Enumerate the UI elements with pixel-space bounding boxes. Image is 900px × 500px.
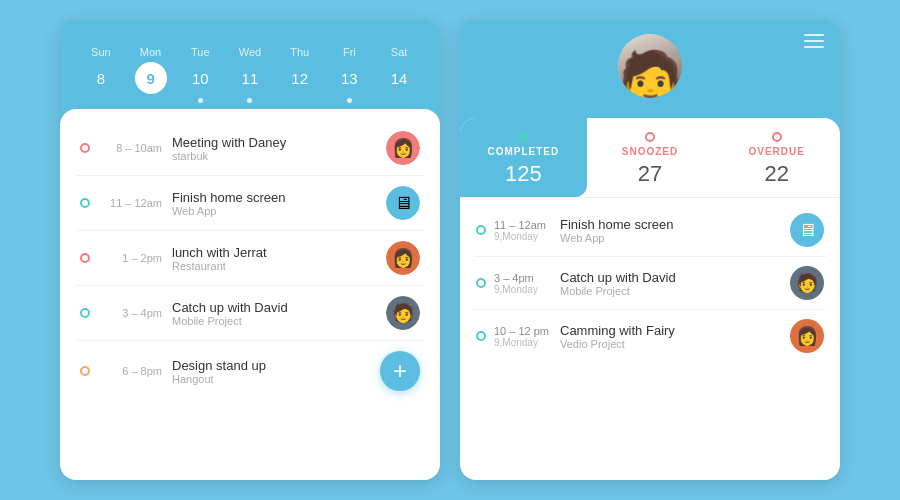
event-info: lunch with JerratRestaurant bbox=[172, 245, 376, 272]
day-name: Thu bbox=[290, 46, 309, 58]
event-info: Finish home screenWeb App bbox=[172, 190, 376, 217]
profile-section: 🧑 bbox=[460, 20, 840, 118]
event-color-dot bbox=[80, 308, 90, 318]
right-event-title: Finish home screen bbox=[560, 217, 782, 232]
event-title: Finish home screen bbox=[172, 190, 376, 205]
stat-overdue[interactable]: OVERDUE22 bbox=[713, 118, 840, 197]
event-avatar: 👩 bbox=[386, 241, 420, 275]
event-time: 1 – 2pm bbox=[100, 252, 162, 264]
stat-label-completed: COMPLETED bbox=[487, 146, 559, 157]
right-event-item[interactable]: 3 – 4pm9,MondayCatch up with DavidMobile… bbox=[474, 257, 826, 310]
day-number[interactable]: 12 bbox=[284, 62, 316, 94]
event-subtitle: Mobile Project bbox=[172, 315, 376, 327]
events-list: 8 – 10amMeeting with Daneystarbuk👩11 – 1… bbox=[60, 109, 440, 480]
right-event-time-block: 3 – 4pm9,Monday bbox=[494, 272, 552, 295]
day-col-tue[interactable]: Tue10 bbox=[180, 46, 220, 103]
stat-value-snoozed: 27 bbox=[638, 161, 662, 187]
event-info: Design stand upHangout bbox=[172, 358, 370, 385]
day-col-sun[interactable]: Sun8 bbox=[81, 46, 121, 103]
right-event-title: Camming with Fairy bbox=[560, 323, 782, 338]
event-item[interactable]: 11 – 12amFinish home screenWeb App🖥 bbox=[76, 176, 424, 231]
stat-dot-overdue bbox=[772, 132, 782, 142]
day-name: Tue bbox=[191, 46, 210, 58]
day-col-sat[interactable]: Sat14 bbox=[379, 46, 419, 103]
day-number[interactable]: 14 bbox=[383, 62, 415, 94]
day-col-fri[interactable]: Fri13 bbox=[329, 46, 369, 103]
day-col-mon[interactable]: Mon9 bbox=[131, 46, 171, 103]
event-title: lunch with Jerrat bbox=[172, 245, 376, 260]
right-event-time: 3 – 4pm bbox=[494, 272, 552, 284]
event-subtitle: Hangout bbox=[172, 373, 370, 385]
event-time: 3 – 4pm bbox=[100, 307, 162, 319]
day-name: Fri bbox=[343, 46, 356, 58]
event-dot-indicator bbox=[198, 98, 203, 103]
event-color-dot bbox=[80, 198, 90, 208]
right-event-info: Finish home screenWeb App bbox=[560, 217, 782, 244]
right-event-time: 11 – 12am bbox=[494, 219, 552, 231]
right-event-subtitle: Vedio Project bbox=[560, 338, 782, 350]
right-event-dot bbox=[476, 278, 486, 288]
event-item[interactable]: 3 – 4pmCatch up with DavidMobile Project… bbox=[76, 286, 424, 341]
event-time: 8 – 10am bbox=[100, 142, 162, 154]
stats-section: COMPLETED125SNOOZED27OVERDUE22 11 – 12am… bbox=[460, 118, 840, 480]
event-subtitle: Restaurant bbox=[172, 260, 376, 272]
right-event-dot bbox=[476, 225, 486, 235]
right-event-title: Catch up with David bbox=[560, 270, 782, 285]
right-event-avatar: 🧑 bbox=[790, 266, 824, 300]
event-subtitle: starbuk bbox=[172, 150, 376, 162]
right-panel: 🧑 COMPLETED125SNOOZED27OVERDUE22 11 – 12… bbox=[460, 20, 840, 480]
event-item[interactable]: 1 – 2pmlunch with JerratRestaurant👩 bbox=[76, 231, 424, 286]
stat-snoozed[interactable]: SNOOZED27 bbox=[587, 118, 714, 197]
stats-row: COMPLETED125SNOOZED27OVERDUE22 bbox=[460, 118, 840, 198]
right-event-subtitle: Web App bbox=[560, 232, 782, 244]
event-avatar: 🧑 bbox=[386, 296, 420, 330]
right-events-list: 11 – 12am9,MondayFinish home screenWeb A… bbox=[460, 198, 840, 480]
event-item[interactable]: 8 – 10amMeeting with Daneystarbuk👩 bbox=[76, 121, 424, 176]
days-row: Sun8Mon9Tue10Wed11Thu12Fri13Sat14 bbox=[60, 42, 440, 109]
right-event-date: 9,Monday bbox=[494, 284, 552, 295]
event-color-dot bbox=[80, 143, 90, 153]
add-event-button[interactable]: + bbox=[380, 351, 420, 391]
stat-value-completed: 125 bbox=[505, 161, 542, 187]
left-panel: Sun8Mon9Tue10Wed11Thu12Fri13Sat14 8 – 10… bbox=[60, 20, 440, 480]
day-col-thu[interactable]: Thu12 bbox=[280, 46, 320, 103]
right-event-avatar: 🖥 bbox=[790, 213, 824, 247]
event-avatar: 👩 bbox=[386, 131, 420, 165]
event-subtitle: Web App bbox=[172, 205, 376, 217]
day-col-wed[interactable]: Wed11 bbox=[230, 46, 270, 103]
hamburger-menu[interactable] bbox=[804, 34, 824, 48]
event-time: 6 – 8pm bbox=[100, 365, 162, 377]
event-time: 11 – 12am bbox=[100, 197, 162, 209]
event-title: Design stand up bbox=[172, 358, 370, 373]
event-item[interactable]: 6 – 8pmDesign stand upHangout+ bbox=[76, 341, 424, 401]
stat-label-overdue: OVERDUE bbox=[748, 146, 804, 157]
right-event-subtitle: Mobile Project bbox=[560, 285, 782, 297]
event-info: Catch up with DavidMobile Project bbox=[172, 300, 376, 327]
event-color-dot bbox=[80, 253, 90, 263]
right-event-time-block: 10 – 12 pm9,Monday bbox=[494, 325, 552, 348]
stat-completed[interactable]: COMPLETED125 bbox=[460, 118, 587, 197]
day-number[interactable]: 9 bbox=[135, 62, 167, 94]
day-name: Wed bbox=[239, 46, 261, 58]
right-event-item[interactable]: 11 – 12am9,MondayFinish home screenWeb A… bbox=[474, 204, 826, 257]
avatar-image: 🧑 bbox=[618, 34, 682, 98]
right-event-info: Catch up with DavidMobile Project bbox=[560, 270, 782, 297]
day-number[interactable]: 13 bbox=[333, 62, 365, 94]
right-event-time-block: 11 – 12am9,Monday bbox=[494, 219, 552, 242]
right-event-dot bbox=[476, 331, 486, 341]
day-name: Mon bbox=[140, 46, 161, 58]
right-event-date: 9,Monday bbox=[494, 231, 552, 242]
profile-avatar: 🧑 bbox=[618, 34, 682, 98]
day-name: Sun bbox=[91, 46, 111, 58]
right-event-avatar: 👩 bbox=[790, 319, 824, 353]
day-number[interactable]: 11 bbox=[234, 62, 266, 94]
right-event-item[interactable]: 10 – 12 pm9,MondayCamming with FairyVedi… bbox=[474, 310, 826, 362]
event-dot-indicator bbox=[347, 98, 352, 103]
stat-label-snoozed: SNOOZED bbox=[622, 146, 678, 157]
day-number[interactable]: 8 bbox=[85, 62, 117, 94]
event-info: Meeting with Daneystarbuk bbox=[172, 135, 376, 162]
right-event-time: 10 – 12 pm bbox=[494, 325, 552, 337]
day-number[interactable]: 10 bbox=[184, 62, 216, 94]
calendar-header bbox=[60, 20, 440, 42]
event-title: Catch up with David bbox=[172, 300, 376, 315]
